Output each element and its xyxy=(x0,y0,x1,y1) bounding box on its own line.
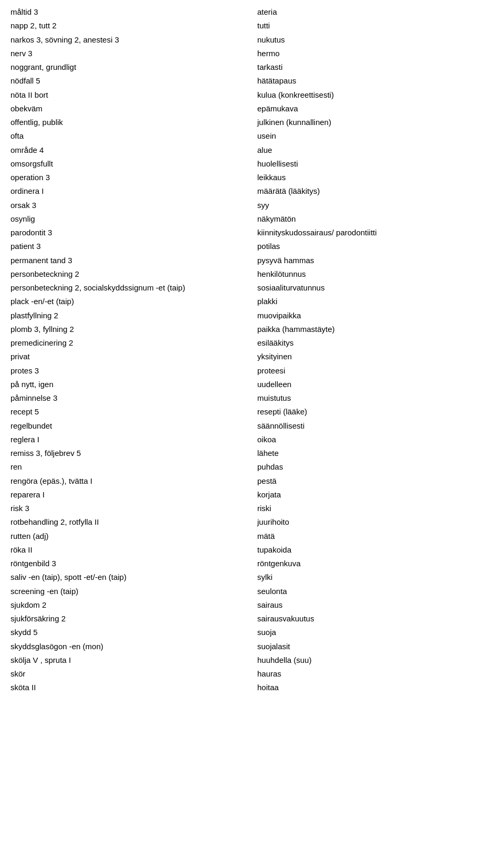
left-entry-12: operation 3 xyxy=(10,171,247,184)
left-entry-33: ren xyxy=(10,460,247,474)
right-entry-11: huolellisesti xyxy=(257,157,504,171)
left-entry-2: narkos 3, sövning 2, anestesi 3 xyxy=(10,33,247,47)
left-entry-31: reglera I xyxy=(10,433,247,446)
right-entry-48: hauras xyxy=(257,667,504,681)
left-entry-39: röka II xyxy=(10,543,247,557)
left-entry-3: nerv 3 xyxy=(10,47,247,60)
right-entry-24: esilääkitys xyxy=(257,336,504,350)
left-entry-49: sköta II xyxy=(10,681,247,694)
left-entry-28: påminnelse 3 xyxy=(10,391,247,405)
left-entry-29: recept 5 xyxy=(10,405,247,419)
left-entry-5: nödfall 5 xyxy=(10,74,247,88)
left-entry-9: ofta xyxy=(10,129,247,143)
right-entry-15: näkymätön xyxy=(257,212,504,226)
right-column: ateriatuttinukutushermotarkastihätätapau… xyxy=(252,5,504,695)
right-entry-6: kulua (konkreettisesti) xyxy=(257,88,504,102)
left-entry-0: måltid 3 xyxy=(10,5,247,19)
left-entry-44: sjukförsäkring 2 xyxy=(10,612,247,626)
right-entry-35: korjata xyxy=(257,488,504,502)
right-entry-22: muovipaikka xyxy=(257,309,504,323)
left-entry-19: personbeteckning 2 xyxy=(10,267,247,281)
right-entry-25: yksityinen xyxy=(257,350,504,363)
right-entry-17: potilas xyxy=(257,240,504,253)
left-entry-10: område 4 xyxy=(10,143,247,157)
right-entry-27: uudelleen xyxy=(257,378,504,391)
left-entry-37: rotbehandling 2, rotfylla II xyxy=(10,515,247,529)
left-entry-22: plastfyllning 2 xyxy=(10,309,247,323)
left-entry-13: ordinera I xyxy=(10,184,247,198)
right-entry-21: plakki xyxy=(257,295,504,308)
left-entry-46: skyddsglasögon -en (mon) xyxy=(10,640,247,653)
left-entry-8: offentlig, publik xyxy=(10,116,247,129)
left-entry-25: privat xyxy=(10,350,247,363)
right-entry-43: sairaus xyxy=(257,598,504,612)
right-entry-49: hoitaa xyxy=(257,681,504,694)
right-entry-36: riski xyxy=(257,502,504,515)
right-entry-5: hätätapaus xyxy=(257,74,504,88)
right-entry-18: pysyvä hammas xyxy=(257,254,504,267)
left-column: måltid 3napp 2, tutt 2narkos 3, sövning … xyxy=(10,5,252,695)
left-entry-45: skydd 5 xyxy=(10,626,247,639)
right-entry-10: alue xyxy=(257,143,504,157)
left-entry-15: osynlig xyxy=(10,212,247,226)
left-entry-32: remiss 3, följebrev 5 xyxy=(10,446,247,460)
left-entry-35: reparera I xyxy=(10,488,247,502)
right-entry-38: mätä xyxy=(257,529,504,543)
left-entry-18: permanent tand 3 xyxy=(10,254,247,267)
left-entry-4: noggrant, grundligt xyxy=(10,60,247,74)
right-entry-47: huuhdella (suu) xyxy=(257,653,504,667)
left-entry-7: obekväm xyxy=(10,102,247,116)
left-entry-11: omsorgsfullt xyxy=(10,157,247,171)
right-entry-13: määrätä (lääkitys) xyxy=(257,184,504,198)
left-entry-40: röntgenbild 3 xyxy=(10,557,247,570)
right-entry-16: kiinnityskudossairaus/ parodontiitti xyxy=(257,226,504,240)
right-entry-4: tarkasti xyxy=(257,60,504,74)
left-entry-27: på nytt, igen xyxy=(10,378,247,391)
right-entry-7: epämukava xyxy=(257,102,504,116)
left-entry-24: premedicinering 2 xyxy=(10,336,247,350)
right-entry-26: proteesi xyxy=(257,364,504,378)
left-entry-23: plomb 3, fyllning 2 xyxy=(10,323,247,336)
right-entry-39: tupakoida xyxy=(257,543,504,557)
right-entry-3: hermo xyxy=(257,47,504,60)
left-entry-41: saliv -en (taip), spott -et/-en (taip) xyxy=(10,570,247,584)
right-entry-46: suojalasit xyxy=(257,640,504,653)
right-entry-42: seulonta xyxy=(257,585,504,598)
left-entry-16: parodontit 3 xyxy=(10,226,247,240)
right-entry-30: säännöllisesti xyxy=(257,419,504,433)
right-entry-2: nukutus xyxy=(257,33,504,47)
left-entry-26: protes 3 xyxy=(10,364,247,378)
right-entry-41: sylki xyxy=(257,570,504,584)
left-entry-43: sjukdom 2 xyxy=(10,598,247,612)
right-entry-8: julkinen (kunnallinen) xyxy=(257,116,504,129)
left-entry-42: screening -en (taip) xyxy=(10,585,247,598)
right-entry-9: usein xyxy=(257,129,504,143)
right-entry-23: paikka (hammastäyte) xyxy=(257,323,504,336)
right-entry-37: juurihoito xyxy=(257,515,504,529)
left-entry-34: rengöra (epäs.), tvätta I xyxy=(10,474,247,488)
right-entry-34: pestä xyxy=(257,474,504,488)
left-entry-21: plack -en/-et (taip) xyxy=(10,295,247,308)
right-entry-0: ateria xyxy=(257,5,504,19)
left-entry-20: personbeteckning 2, socialskyddssignum -… xyxy=(10,281,247,295)
right-entry-19: henkilötunnus xyxy=(257,267,504,281)
left-entry-1: napp 2, tutt 2 xyxy=(10,19,247,33)
left-entry-47: skölja V , spruta I xyxy=(10,653,247,667)
right-entry-12: leikkaus xyxy=(257,171,504,184)
right-entry-28: muistutus xyxy=(257,391,504,405)
right-entry-1: tutti xyxy=(257,19,504,33)
left-entry-38: rutten (adj) xyxy=(10,529,247,543)
left-entry-30: regelbundet xyxy=(10,419,247,433)
left-entry-17: patient 3 xyxy=(10,240,247,253)
right-entry-44: sairausvakuutus xyxy=(257,612,504,626)
right-entry-40: röntgenkuva xyxy=(257,557,504,570)
right-entry-45: suoja xyxy=(257,626,504,639)
right-entry-29: resepti (lääke) xyxy=(257,405,504,419)
left-entry-6: nöta II bort xyxy=(10,88,247,102)
left-entry-14: orsak 3 xyxy=(10,199,247,212)
right-entry-20: sosiaaliturvatunnus xyxy=(257,281,504,295)
left-entry-48: skör xyxy=(10,667,247,681)
right-entry-33: puhdas xyxy=(257,460,504,474)
right-entry-14: syy xyxy=(257,199,504,212)
right-entry-32: lähete xyxy=(257,446,504,460)
